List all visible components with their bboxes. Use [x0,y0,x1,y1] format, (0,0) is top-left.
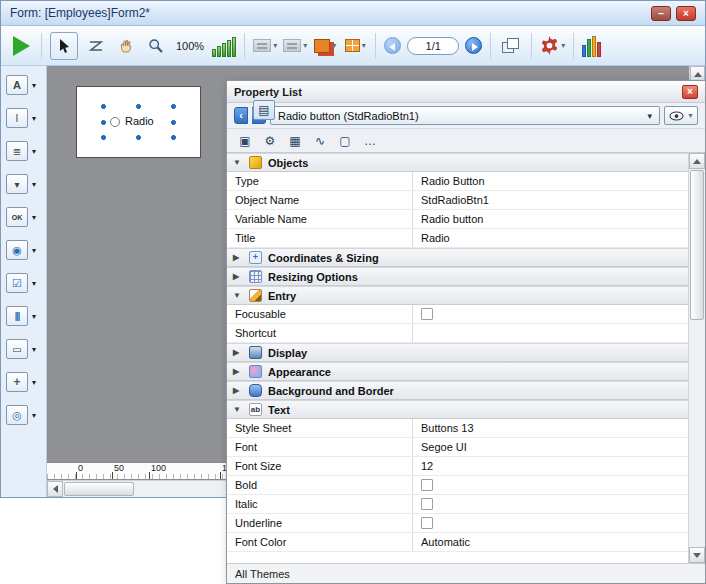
underline-checkbox[interactable] [421,517,433,529]
view-options-dropdown[interactable]: ▾ [664,106,698,125]
style-sheet-value[interactable]: Buttons 13 [421,422,474,434]
combo-box-tool-dropdown-arrow[interactable]: ▾ [32,180,36,189]
button-grid-tool[interactable]: |||▾ [1,306,46,326]
button-tool-icon[interactable]: OK [6,207,28,227]
previous-page-button[interactable] [384,37,401,54]
tab-monitor-icon[interactable]: ▣ [234,131,256,151]
entry-order-button[interactable] [84,32,108,60]
radio-button-tool-dropdown-arrow[interactable]: ▾ [32,246,36,255]
selection-handle[interactable] [171,104,176,109]
tab-control-tool[interactable]: ◎▾ [1,405,46,425]
selection-handle[interactable] [136,135,141,140]
splitter-tool-dropdown-arrow[interactable]: ▾ [32,378,36,387]
selection-handle[interactable] [171,120,176,125]
scroll-left-button[interactable] [47,481,63,497]
button-tool-dropdown-arrow[interactable]: ▾ [32,213,36,222]
radio-button-tool[interactable]: ◉▾ [1,240,46,260]
font-color-value[interactable]: Automatic [421,536,470,548]
palette-titlebar[interactable]: Property List × [227,81,705,103]
horizontal-scroll-thumb[interactable] [64,482,134,496]
align-tools-dropdown[interactable]: ▾ [253,32,277,60]
combo-box-tool-icon[interactable]: ▾ [6,174,28,194]
group-tools-dropdown[interactable]: ▾ [343,32,367,60]
button-tool[interactable]: OK▾ [1,207,46,227]
title-value[interactable]: Radio [421,232,450,244]
italic-checkbox[interactable] [421,498,433,510]
combo-box-tool[interactable]: ▾▾ [1,174,46,194]
section-coordinates-sizing[interactable]: ▶Coordinates & Sizing [227,248,688,267]
button-grid-tool-icon[interactable]: ||| [6,306,28,326]
check-box-tool[interactable]: ☑▾ [1,273,46,293]
selection-handle[interactable] [136,104,141,109]
object-selector-dropdown[interactable]: Radio button (StdRadioBtn1) ▾ [270,106,660,125]
text-tool-icon[interactable]: A [6,75,28,95]
button-grid-tool-dropdown-arrow[interactable]: ▾ [32,312,36,321]
form-page[interactable]: Radio [76,86,201,158]
section-background-and-border[interactable]: ▶Background and Border [227,381,688,400]
collapse-triangle-icon[interactable]: ▼ [233,405,243,414]
input-tool-dropdown-arrow[interactable]: ▾ [32,114,36,123]
distribute-tools-dropdown[interactable]: ▾ [283,32,307,60]
list-box-tool[interactable]: ≣▾ [1,141,46,161]
font-value[interactable]: Segoe UI [421,441,467,453]
selection-handle[interactable] [101,104,106,109]
page-indicator[interactable]: 1/1 [407,37,459,55]
selection-handle[interactable] [171,135,176,140]
expand-triangle-icon[interactable]: ▶ [233,253,243,262]
expand-triangle-icon[interactable]: ▶ [233,272,243,281]
palette-close-button[interactable]: × [682,85,698,99]
text-tool[interactable]: A▾ [1,75,46,95]
close-button[interactable]: × [676,6,696,21]
rectangle-tool[interactable]: ▭▾ [1,339,46,359]
tab-gear-icon[interactable]: ⚙ [259,131,281,151]
tab-control-tool-icon[interactable]: ◎ [6,405,28,425]
settings-dropdown[interactable]: ▾ [540,32,565,60]
section-objects[interactable]: ▼Objects [227,153,688,172]
new-window-button[interactable] [499,32,523,60]
tab-ellipsis-icon[interactable]: … [359,131,381,151]
input-tool[interactable]: I▾ [1,108,46,128]
section-text[interactable]: ▼Text [227,400,688,419]
previous-object-button[interactable]: ‹ [234,107,248,124]
check-box-tool-dropdown-arrow[interactable]: ▾ [32,279,36,288]
layer-tools-dropdown[interactable]: ▾ [313,32,337,60]
scroll-up-button[interactable] [689,153,705,169]
check-box-tool-icon[interactable]: ☑ [6,273,28,293]
selection-handle[interactable] [101,120,106,125]
tab-graph-icon[interactable]: ∿ [309,131,331,151]
minimize-button[interactable]: – [651,6,671,21]
object-library-button[interactable] [582,35,601,57]
variable-name-value[interactable]: Radio button [421,213,483,225]
pointer-tool-button[interactable] [50,32,78,60]
execute-form-button[interactable] [9,32,33,60]
expand-triangle-icon[interactable]: ▶ [233,367,243,376]
tab-grid-icon[interactable]: ▦ [284,131,306,151]
focusable-checkbox[interactable] [421,308,433,320]
splitter-tool-icon[interactable]: + [6,372,28,392]
text-tool-dropdown-arrow[interactable]: ▾ [32,81,36,90]
tab-control-tool-dropdown-arrow[interactable]: ▾ [32,411,36,420]
expand-triangle-icon[interactable]: ▶ [233,386,243,395]
section-resizing-options[interactable]: ▶Resizing Options [227,267,688,286]
section-entry[interactable]: ▼Entry [227,286,688,305]
splitter-tool[interactable]: +▾ [1,372,46,392]
collapse-triangle-icon[interactable]: ▼ [233,291,243,300]
move-tool-button[interactable] [114,32,138,60]
type-value[interactable]: Radio Button [421,175,485,187]
scroll-down-button[interactable] [689,547,705,563]
expand-triangle-icon[interactable]: ▶ [233,348,243,357]
next-page-button[interactable] [465,37,482,54]
list-box-tool-dropdown-arrow[interactable]: ▾ [32,147,36,156]
collapse-triangle-icon[interactable]: ▼ [233,158,243,167]
list-box-tool-icon[interactable]: ≣ [6,141,28,161]
section-appearance[interactable]: ▶Appearance [227,362,688,381]
font-size-value[interactable]: 12 [421,460,433,472]
radio-button-widget[interactable]: Radio [103,106,174,138]
object-name-value[interactable]: StdRadioBtn1 [421,194,489,206]
rectangle-tool-dropdown-arrow[interactable]: ▾ [32,345,36,354]
tab-list-icon[interactable]: ▤ [253,100,275,120]
themes-filter-label[interactable]: All Themes [235,568,290,580]
palette-scroll-thumb[interactable] [690,170,704,320]
bold-checkbox[interactable] [421,479,433,491]
zoom-tool-button[interactable] [144,32,168,60]
